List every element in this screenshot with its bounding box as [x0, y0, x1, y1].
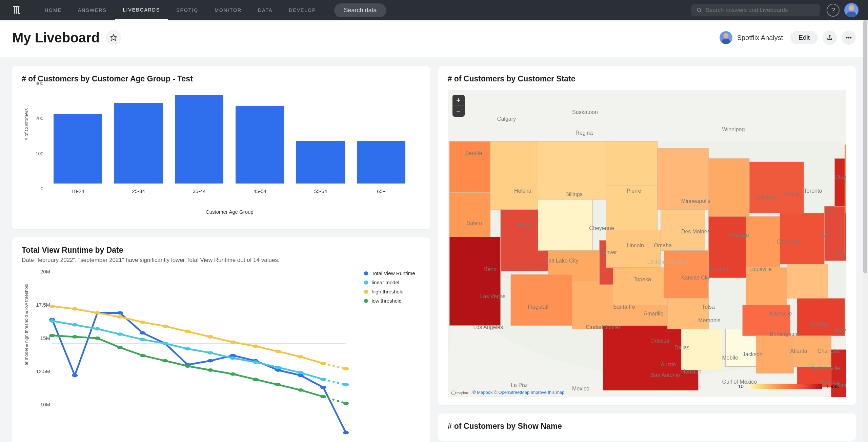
svg-rect-18 — [538, 199, 592, 251]
line-point[interactable] — [343, 402, 349, 405]
scale-gradient — [748, 384, 822, 389]
line-point[interactable] — [95, 311, 100, 315]
nav-item-spotiq[interactable]: SPOTIQ — [168, 0, 206, 20]
line-point[interactable] — [298, 371, 304, 374]
line-point[interactable] — [162, 359, 168, 363]
global-search-input[interactable] — [706, 7, 814, 14]
line-point[interactable] — [49, 305, 55, 308]
card-view-runtime[interactable]: Total View Runtime by Date Date "februar… — [12, 237, 430, 442]
line-point[interactable] — [140, 331, 145, 334]
line-point[interactable] — [275, 383, 281, 386]
us-choropleth-map[interactable]: + − — [448, 90, 847, 397]
nav-item-develop[interactable]: DEVELOP — [281, 0, 324, 20]
nav-item-data[interactable]: DATA — [250, 0, 281, 20]
user-avatar[interactable] — [844, 3, 859, 17]
line-point[interactable] — [49, 334, 55, 337]
legend-item[interactable]: low threshold — [364, 298, 415, 304]
nav-item-monitor[interactable]: MONITOR — [206, 0, 250, 20]
line-point[interactable] — [320, 378, 326, 381]
line-point[interactable] — [320, 386, 326, 389]
line-point[interactable] — [117, 315, 123, 319]
favorite-button[interactable] — [106, 30, 121, 45]
line-point[interactable] — [253, 378, 258, 381]
line-point[interactable] — [95, 337, 100, 340]
line-point[interactable] — [95, 327, 100, 331]
help-button[interactable]: ? — [827, 4, 840, 17]
line-point[interactable] — [72, 374, 78, 377]
line-point[interactable] — [162, 342, 168, 345]
bar-column[interactable]: 45-54 — [236, 89, 284, 194]
line-point[interactable] — [230, 372, 236, 376]
line-point[interactable] — [117, 332, 123, 336]
bar[interactable] — [114, 103, 163, 184]
map-zoom-out[interactable]: − — [452, 106, 465, 117]
card-customers-by-state[interactable]: # of Customers by Customer State + − — [438, 66, 856, 405]
line-point[interactable] — [185, 347, 190, 350]
nav-item-home[interactable]: HOME — [37, 0, 70, 20]
line-point[interactable] — [140, 354, 145, 357]
bar[interactable] — [175, 95, 223, 184]
legend-item[interactable]: linear model — [364, 280, 415, 285]
line-point[interactable] — [253, 345, 258, 348]
line-point[interactable] — [140, 338, 145, 341]
share-button[interactable] — [823, 31, 837, 45]
line-point[interactable] — [49, 319, 55, 323]
bar[interactable] — [357, 141, 405, 184]
page-scrollbar[interactable] — [863, 20, 868, 442]
line-point[interactable] — [207, 359, 213, 363]
line-point[interactable] — [275, 366, 281, 369]
app-logo[interactable] — [9, 3, 23, 17]
osm-link[interactable]: OpenStreetMap — [498, 390, 529, 395]
line-point[interactable] — [185, 364, 190, 368]
edit-button[interactable]: Edit — [790, 31, 818, 44]
line-point[interactable] — [72, 335, 78, 339]
mapbox-link[interactable]: Mapbox — [477, 390, 492, 395]
legend-item[interactable]: high threshold — [364, 289, 415, 294]
svg-text:Birmingham: Birmingham — [770, 331, 799, 337]
line-point[interactable] — [72, 323, 78, 327]
line-point[interactable] — [207, 335, 213, 339]
line-point[interactable] — [343, 367, 349, 370]
bar-column[interactable]: 65+ — [357, 89, 405, 194]
line-point[interactable] — [230, 357, 236, 360]
line-point[interactable] — [343, 383, 349, 386]
bar[interactable] — [296, 141, 345, 184]
line-point[interactable] — [117, 311, 123, 315]
line-point[interactable] — [162, 325, 168, 328]
map-zoom-in[interactable]: + — [452, 95, 465, 106]
bar-column[interactable]: 35-44 — [175, 89, 223, 194]
bar-column[interactable]: 55-64 — [296, 89, 345, 194]
card-customers-by-show[interactable]: # of Customers by Show Name — [438, 414, 856, 441]
line-point[interactable] — [253, 361, 258, 364]
search-data-pill[interactable]: Search data — [334, 3, 386, 17]
scrollbar-thumb[interactable] — [863, 20, 867, 273]
bar-category-label: 55-64 — [314, 188, 327, 194]
svg-text:Pierre: Pierre — [626, 188, 641, 194]
global-search[interactable] — [691, 4, 820, 16]
line-point[interactable] — [343, 431, 349, 434]
line-point[interactable] — [72, 307, 78, 311]
line-point[interactable] — [320, 362, 326, 365]
improve-map-link[interactable]: Improve this map — [531, 390, 565, 395]
line-point[interactable] — [298, 355, 304, 359]
line-point[interactable] — [185, 330, 190, 333]
bar[interactable] — [236, 106, 284, 184]
line-point[interactable] — [117, 346, 123, 349]
line-point[interactable] — [140, 321, 145, 324]
line-point[interactable] — [207, 351, 213, 354]
nav-item-liveboards[interactable]: LIVEBOARDS — [115, 0, 168, 20]
bar-column[interactable]: 18-24 — [54, 89, 102, 194]
svg-rect-5 — [721, 39, 730, 44]
author-chip[interactable]: Spotflix Analyst — [720, 31, 783, 44]
bar[interactable] — [54, 114, 102, 184]
nav-item-answers[interactable]: ANSWERS — [70, 0, 115, 20]
bar-column[interactable]: 25-34 — [114, 89, 163, 194]
line-point[interactable] — [320, 395, 326, 399]
line-point[interactable] — [298, 388, 304, 392]
card-customers-by-age[interactable]: # of Customers by Customer Age Group - T… — [12, 66, 430, 229]
more-actions-button[interactable] — [842, 31, 856, 45]
line-point[interactable] — [207, 368, 213, 372]
legend-item[interactable]: Total View Runtime — [364, 270, 415, 276]
line-point[interactable] — [230, 341, 236, 344]
line-point[interactable] — [275, 350, 281, 353]
